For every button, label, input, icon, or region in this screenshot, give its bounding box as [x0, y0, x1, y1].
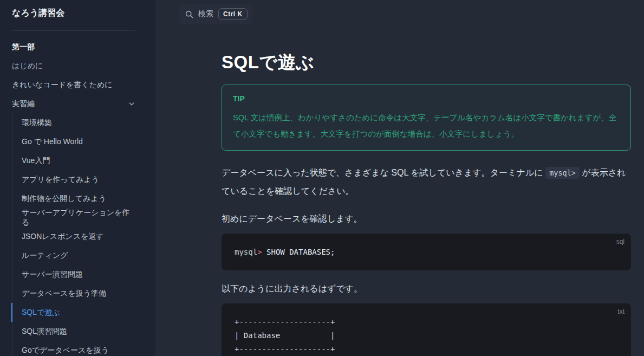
sidebar-section-title: 第一部: [12, 37, 135, 56]
sidebar-item[interactable]: ルーティング: [12, 246, 135, 265]
page: なろう講習会 第一部 はじめにきれいなコードを書くために実習編 環境構築Go で…: [0, 0, 644, 356]
paragraph-3: 以下のように出力されるはずです。: [222, 280, 631, 298]
sidebar-item-label: Goでデータベースを扱う: [22, 346, 109, 355]
sidebar-item[interactable]: 実習編: [12, 94, 135, 113]
sidebar-item[interactable]: Vue入門: [12, 151, 135, 170]
code-block-sql: sql mysql> SHOW DATABASES;: [222, 234, 631, 270]
sidebar-item[interactable]: はじめに: [12, 56, 135, 75]
code-block-output: txt +--------------------+ | Database | …: [222, 303, 631, 356]
sidebar-item-label: JSONレスポンスを返す: [22, 232, 104, 242]
sidebar-item-active[interactable]: SQLで遊ぶ: [11, 303, 135, 322]
sidebar-item[interactable]: SQL演習問題: [12, 322, 135, 341]
sidebar-item-label: 制作物を公開してみよう: [22, 194, 106, 204]
code-lang-label: txt: [617, 308, 625, 315]
tip-callout: TIP SQL 文は慣例上、わかりやすさのために命令は大文字、テーブル名やカラム…: [222, 85, 631, 151]
main-content: 検索 Ctrl K SQLで遊ぶ TIP SQL 文は慣例上、わかりやすさのため…: [155, 0, 644, 356]
sidebar-group: 環境構築Go で Hello WorldVue入門アプリを作ってみよう制作物を公…: [12, 113, 135, 356]
sidebar-item-label: 環境構築: [22, 118, 52, 128]
code-lang-label: sql: [616, 238, 625, 245]
sidebar-item-label: 実習編: [12, 99, 35, 109]
sidebar-item-label: ルーティング: [22, 251, 68, 261]
sidebar-item[interactable]: データベースを扱う準備: [12, 284, 135, 303]
sidebar-item[interactable]: 制作物を公開してみよう: [12, 189, 135, 208]
site-title[interactable]: なろう講習会: [12, 8, 135, 18]
code-token: mysql: [235, 248, 257, 256]
sidebar-top-nav: はじめにきれいなコードを書くために実習編: [12, 56, 135, 113]
code-output-content: +--------------------+ | Database | +---…: [222, 303, 631, 356]
sidebar-item[interactable]: サーバー演習問題: [12, 265, 135, 284]
search-button[interactable]: 検索 Ctrl K: [179, 4, 252, 24]
code-sql-content: mysql> SHOW DATABASES;: [222, 234, 631, 270]
sidebar-item-label: きれいなコードを書くために: [12, 80, 113, 90]
sidebar-item-label: サーバーアプリケーションを作る: [22, 208, 135, 228]
paragraph-1-before: データベースに入った状態で、さまざまな SQL を試していきます。ターミナルに: [222, 168, 545, 177]
sidebar-item[interactable]: きれいなコードを書くために: [12, 75, 135, 94]
sidebar-item-label: サーバー演習問題: [22, 270, 83, 280]
sidebar-item-label: Go で Hello World: [22, 137, 83, 147]
sidebar-item-label: Vue入門: [22, 156, 50, 166]
tip-text: SQL 文は慣例上、わかりやすさのために命令は大文字、テーブル名やカラム名は小文…: [233, 109, 620, 142]
sidebar-item-label: データベースを扱う準備: [22, 289, 106, 299]
code-token: >: [257, 248, 262, 256]
chevron-down-icon: [128, 100, 135, 108]
inline-code-mysql-prompt: mysql>: [545, 167, 580, 179]
sidebar-item[interactable]: 環境構築: [12, 113, 135, 132]
sidebar-item[interactable]: Go で Hello World: [12, 132, 135, 151]
sidebar-item-label: はじめに: [12, 61, 43, 71]
sidebar-item[interactable]: サーバーアプリケーションを作る: [12, 208, 135, 227]
page-title: SQLで遊ぶ: [222, 51, 631, 73]
sidebar-item-label: SQLで遊ぶ: [22, 308, 60, 318]
sidebar-item-label: SQL演習問題: [22, 327, 67, 336]
search-shortcut-badge: Ctrl K: [218, 8, 248, 20]
sidebar-item[interactable]: アプリを作ってみよう: [12, 170, 135, 189]
code-token: SHOW DATABASES;: [262, 248, 335, 256]
tip-title: TIP: [233, 93, 620, 104]
sidebar-item[interactable]: Goでデータベースを扱う: [12, 341, 135, 356]
sidebar-item-label: アプリを作ってみよう: [22, 175, 99, 185]
search-label: 検索: [198, 9, 213, 19]
sidebar-item[interactable]: JSONレスポンスを返す: [12, 227, 135, 246]
paragraph-1: データベースに入った状態で、さまざまな SQL を試していきます。ターミナルに …: [222, 164, 631, 200]
sidebar: なろう講習会 第一部 はじめにきれいなコードを書くために実習編 環境構築Go で…: [0, 0, 155, 356]
sidebar-divider: [12, 30, 135, 31]
doc-container: SQLで遊ぶ TIP SQL 文は慣例上、わかりやすさのために命令は大文字、テー…: [222, 24, 631, 356]
search-icon: [185, 10, 193, 18]
paragraph-2: 初めにデータベースを確認します。: [222, 210, 631, 228]
